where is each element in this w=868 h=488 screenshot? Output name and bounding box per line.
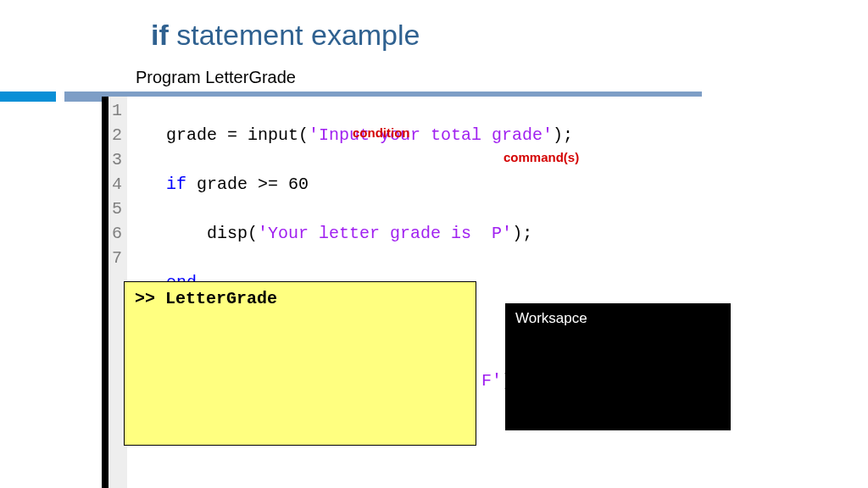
annotation-commands: command(s) (504, 150, 579, 164)
console-line: >> LetterGrade (135, 289, 277, 308)
code-line: if grade >= 60 (136, 172, 573, 197)
workspace-panel: Worksapce (505, 303, 731, 430)
line-number: 3 (112, 147, 122, 172)
line-number: 1 (112, 98, 122, 123)
line-number: 5 (112, 197, 122, 221)
command-window: >> LetterGrade (124, 281, 476, 446)
line-number: 7 (112, 246, 122, 270)
line-number: 4 (112, 172, 122, 197)
code-line: disp('Your letter grade is P'); (136, 221, 573, 246)
workspace-label: Worksapce (515, 310, 587, 326)
line-number: 2 (112, 123, 122, 147)
slide-title: if statement example (151, 19, 420, 52)
title-keyword: if (151, 19, 169, 51)
line-number: 6 (112, 221, 122, 246)
divider-accent (0, 92, 56, 102)
program-name: Program LetterGrade (136, 68, 296, 87)
title-rest: statement example (169, 19, 420, 51)
editor-edge (102, 97, 108, 488)
annotation-condition: condition (353, 125, 410, 140)
